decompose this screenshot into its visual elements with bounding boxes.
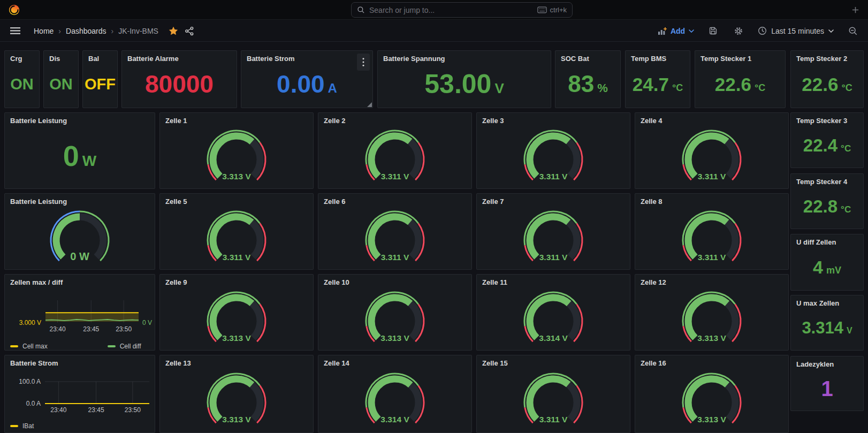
panel-title[interactable]: Zelle 13 (160, 355, 313, 369)
panel-title[interactable]: Dis (44, 51, 78, 65)
gauge: 0 W (5, 208, 155, 268)
stat-value-area: 22.8°C (791, 188, 863, 224)
save-dashboard-icon[interactable] (707, 25, 719, 37)
stat-value: ON (49, 77, 73, 92)
panel-title[interactable]: Zelle 14 (318, 355, 471, 369)
stat-unit: W (82, 154, 96, 169)
panel-title[interactable]: Batterie Leistung (5, 194, 155, 208)
panel-title[interactable]: Zelle 6 (318, 194, 471, 208)
gauge-panel-zelle-16: Zelle 163.313 V (635, 355, 789, 433)
x-axis-tick-label: 23:50 (116, 325, 132, 333)
new-tab-plus-icon[interactable] (850, 4, 861, 15)
gauge-value-label: 3.311 V (539, 253, 568, 262)
breadcrumb: Home › Dashboards › JK-Inv-BMS (34, 27, 158, 35)
panel-title[interactable]: Batterie Strom (241, 51, 372, 65)
gauge-panel-zelle-5: Zelle 53.311 V (159, 193, 314, 270)
gauge: 3.313 V (635, 369, 788, 431)
chart-legend: Cell maxCell diff (10, 343, 151, 350)
panel-title[interactable]: Temp Stecker 2 (791, 51, 863, 65)
grafana-logo[interactable] (7, 3, 20, 16)
gauge-value-label: 3.313 V (697, 333, 726, 343)
panel-title[interactable]: Zelle 12 (635, 275, 788, 288)
stat-unit: V (494, 81, 504, 95)
stat-panel-soc-bat: SOC Bat83% (555, 50, 621, 108)
legend-item[interactable]: IBat (10, 422, 34, 430)
legend-item[interactable]: Cell max (10, 343, 48, 350)
panel-resize-handle[interactable] (367, 102, 372, 107)
panel-title[interactable]: Batterie Leistung (5, 113, 155, 127)
panel-title[interactable]: Crg (5, 51, 39, 65)
panel-title[interactable]: Zelle 7 (477, 194, 630, 208)
panel-title[interactable]: Batterie Spannung (378, 51, 551, 65)
panel-title[interactable]: Zelle 16 (635, 355, 788, 369)
panel-title[interactable]: Zelle 4 (635, 113, 788, 127)
panel-title[interactable]: Zelle 2 (318, 113, 471, 127)
gauge-value-label: 3.311 V (381, 253, 409, 262)
legend-swatch (10, 345, 18, 347)
dashboard-canvas: CrgONDisONBalOFFBatterie Alarme80000Batt… (0, 0, 868, 433)
panel-title[interactable]: Batterie Alarme (122, 51, 237, 65)
stat-value: 53.00 (424, 71, 491, 97)
legend-label: IBat (22, 422, 34, 430)
panel-title[interactable]: Temp Stecker 1 (695, 51, 785, 65)
y-axis-right-tick-label: 0 V (142, 319, 152, 326)
panel-menu-kebab-icon[interactable] (357, 54, 370, 71)
search-box[interactable]: ctrl+k (351, 2, 573, 18)
panel-title[interactable]: Zelle 10 (318, 275, 471, 288)
keyboard-icon (537, 6, 547, 13)
zoom-out-icon[interactable] (847, 25, 859, 37)
x-axis-tick-label: 23:40 (50, 325, 66, 333)
gauge-panel-zelle-8: Zelle 83.311 V (635, 193, 789, 270)
time-range-picker[interactable]: Last 15 minutes (758, 26, 834, 35)
stat-panel-temp-bms: Temp BMS24.7°C (625, 50, 690, 108)
legend-item[interactable]: Cell diff (108, 343, 141, 350)
stat-value: 22.6 (802, 75, 838, 94)
breadcrumb-home[interactable]: Home (34, 27, 54, 35)
x-axis-tick-label: 23:40 (50, 406, 66, 414)
panel-title[interactable]: Zelle 15 (477, 355, 630, 369)
panel-title[interactable]: U diff Zellen (791, 234, 863, 248)
chart-panel-batterie-strom: Batterie Strom23:4023:4523:50100.0 A0.0 … (4, 355, 155, 433)
stat-panel-batterie-alarme: Batterie Alarme80000 (121, 50, 237, 108)
gauge: 3.313 V (318, 288, 471, 349)
panel-title[interactable]: Zelle 9 (160, 275, 313, 288)
panel-title[interactable]: Zelle 5 (160, 194, 313, 208)
panel-title[interactable]: Zelle 3 (477, 113, 630, 127)
favorite-star-icon[interactable] (167, 25, 180, 37)
panel-title[interactable]: Bal (83, 51, 117, 65)
panel-title[interactable]: Zelle 1 (160, 113, 313, 127)
gauge-value-label: 3.311 V (223, 253, 251, 262)
stat-value-area: 0.00A (241, 65, 372, 103)
stat-panel-temp-stecker-1: Temp Stecker 122.6°C (695, 50, 786, 108)
panel-title[interactable]: Zelle 8 (635, 194, 788, 208)
dashboard-toolbar: Home › Dashboards › JK-Inv-BMS (0, 20, 868, 42)
panel-title[interactable]: Temp BMS (626, 51, 690, 65)
add-panel-button[interactable]: Add (658, 27, 694, 35)
gauge: 3.311 V (160, 208, 313, 268)
gauge-panel-zelle-6: Zelle 63.311 V (318, 193, 472, 270)
stat-panel-dis: DisON (43, 50, 79, 108)
stat-value-area: 24.7°C (626, 65, 690, 103)
time-range-label: Last 15 minutes (771, 27, 824, 35)
panel-title[interactable]: U max Zellen (791, 295, 863, 309)
breadcrumb-dashboards[interactable]: Dashboards (66, 27, 106, 35)
panel-title[interactable]: Zelle 11 (477, 275, 630, 288)
panel-title[interactable]: SOC Bat (555, 51, 620, 65)
share-icon[interactable] (183, 25, 196, 37)
panel-title[interactable]: Temp Stecker 4 (791, 174, 863, 188)
stat-value: 3.314 (802, 320, 843, 336)
stat-panel-ladezyklen: Ladezyklen1 (790, 356, 864, 411)
dashboard-settings-gear-icon[interactable] (732, 25, 745, 37)
stat-unit: °C (755, 83, 765, 93)
gauge-value-label: 3.311 V (381, 172, 409, 181)
gauge: 3.313 V (160, 288, 313, 349)
menu-toggle-button[interactable] (9, 25, 22, 37)
stat-value: 1 (821, 378, 833, 399)
panel-title[interactable]: Ladezyklen (791, 356, 863, 370)
stat-value: 0 (63, 141, 79, 170)
panel-title[interactable]: Temp Stecker 3 (791, 113, 863, 127)
search-input[interactable] (369, 6, 533, 14)
stat-value: 22.6 (715, 75, 751, 94)
stat-panel-crg: CrgON (4, 50, 40, 108)
stat-panel-batterie-spannung: Batterie Spannung53.00V (377, 50, 551, 108)
